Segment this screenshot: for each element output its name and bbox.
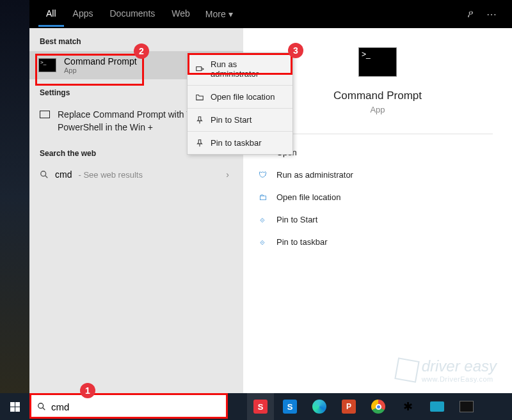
admin-icon: 🛡 (257, 170, 268, 180)
web-result-item[interactable]: cmd - See web results › (29, 163, 243, 186)
tab-apps[interactable]: Apps (65, 2, 101, 27)
web-term: cmd (55, 169, 72, 180)
tab-more[interactable]: More ▾ (199, 2, 239, 27)
preview-title: Command Prompt (333, 89, 422, 102)
action-label: Open file location (276, 192, 340, 202)
svg-line-1 (45, 176, 48, 178)
preview-action-list: ⧉ Open 🛡 Run as administrator 🗀 Open fil… (243, 141, 512, 253)
action-run-admin[interactable]: 🛡 Run as administrator (255, 164, 500, 186)
search-icon (37, 402, 46, 411)
action-pin-start[interactable]: ⟐ Pin to Start (255, 208, 500, 231)
start-button[interactable] (0, 393, 29, 420)
action-label: Run as administrator (276, 170, 353, 180)
action-open-location[interactable]: 🗀 Open file location (255, 186, 500, 208)
search-input[interactable] (51, 398, 220, 416)
desktop-background (0, 0, 29, 393)
powerpoint-icon[interactable]: P (335, 393, 362, 420)
folder-icon: 🗀 (257, 192, 268, 202)
best-match-title: Command Prompt (64, 56, 137, 66)
chrome-icon[interactable] (365, 393, 392, 420)
ctx-pin-taskbar[interactable]: Pin to taskbar (188, 131, 292, 154)
context-menu: Run as administrator Open file location … (187, 52, 293, 155)
svg-point-3 (38, 403, 44, 408)
svg-rect-2 (196, 67, 202, 71)
svg-point-0 (41, 171, 46, 176)
app-blue-icon[interactable]: S (276, 393, 303, 420)
tab-documents[interactable]: Documents (102, 2, 163, 27)
more-options-icon[interactable]: ⋯ (480, 8, 503, 20)
chevron-right-icon: › (226, 169, 229, 180)
ctx-label: Open file location (211, 92, 275, 102)
command-prompt-icon-large (358, 47, 397, 77)
annotation-badge-3: 3 (288, 43, 303, 58)
best-match-subtitle: App (64, 66, 137, 74)
taskbar-pinned-apps: S S P ✱ (247, 393, 480, 420)
search-scope-tabs: All Apps Documents Web More ▾ ዖ ⋯ (29, 0, 512, 28)
ctx-pin-start[interactable]: Pin to Start (188, 108, 292, 131)
svg-line-4 (43, 408, 45, 410)
pin-icon (195, 116, 204, 125)
ctx-label: Pin to Start (211, 115, 252, 125)
feedback-icon[interactable]: ዖ (461, 8, 480, 20)
snagit-icon[interactable]: S (247, 393, 274, 420)
command-prompt-icon (38, 58, 56, 72)
web-suffix: - See web results (78, 170, 142, 180)
pin-icon: ⟐ (257, 237, 268, 247)
settings-icon (40, 111, 50, 118)
app-teal-icon[interactable] (424, 393, 451, 420)
taskbar: S S P ✱ (0, 393, 512, 420)
ctx-run-admin[interactable]: Run as administrator (188, 53, 292, 85)
folder-icon (195, 93, 204, 102)
terminal-icon[interactable] (453, 393, 480, 420)
tab-web[interactable]: Web (164, 2, 198, 27)
ctx-label: Pin to taskbar (211, 138, 262, 148)
ctx-label: Run as administrator (211, 59, 285, 79)
pin-icon: ⟐ (257, 215, 268, 224)
action-label: Pin to taskbar (276, 237, 328, 247)
best-match-text: Command Prompt App (64, 56, 137, 74)
chevron-down-icon: ▾ (228, 9, 233, 19)
ctx-open-location[interactable]: Open file location (188, 85, 292, 108)
tab-all[interactable]: All (38, 2, 64, 27)
action-label: Pin to Start (276, 215, 317, 224)
divider (262, 134, 493, 134)
windows-logo-icon (10, 402, 20, 412)
admin-icon (195, 65, 204, 74)
taskbar-search-box[interactable] (31, 394, 227, 419)
preview-subtitle: App (370, 105, 385, 114)
search-icon (40, 170, 49, 179)
annotation-badge-2: 2 (134, 43, 149, 59)
annotation-badge-1: 1 (80, 383, 95, 398)
edge-icon[interactable] (306, 393, 333, 420)
tab-more-label: More (205, 9, 226, 19)
action-pin-taskbar[interactable]: ⟐ Pin to taskbar (255, 231, 500, 253)
pin-icon (195, 139, 204, 148)
slack-icon[interactable]: ✱ (394, 393, 421, 420)
